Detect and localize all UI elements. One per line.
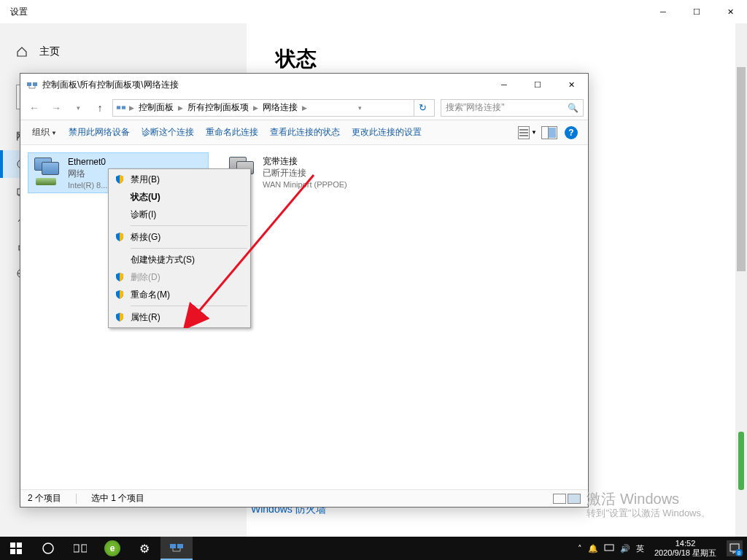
watermark-subtitle: 转到"设置"以激活 Windows。	[587, 506, 711, 521]
menu-bridge[interactable]: 桥接(G)	[110, 228, 249, 246]
tray-network-icon[interactable]	[604, 542, 614, 554]
shield-icon	[115, 232, 125, 242]
settings-titlebar: 设置 ─ ☐ ✕	[0, 0, 747, 23]
menu-rename[interactable]: 重命名(M)	[110, 286, 249, 303]
up-button[interactable]: ↑	[90, 98, 109, 117]
view-mode-icons[interactable]	[553, 494, 581, 504]
circle-icon	[42, 542, 55, 555]
chevron-right-icon[interactable]: ▶	[177, 104, 185, 112]
edge-button[interactable]: e	[96, 537, 128, 560]
page-heading: 状态	[276, 45, 718, 73]
cp-titlebar[interactable]: 控制面板\所有控制面板项\网络连接 ─ ☐ ✕	[20, 74, 588, 96]
settings-scrollbar[interactable]	[735, 23, 747, 537]
cp-toolbar: 组织▼ 禁用此网络设备 诊断这个连接 重命名此连接 查看此连接的状态 更改此连接…	[20, 120, 588, 145]
chevron-right-icon[interactable]: ▶	[252, 104, 260, 112]
cp-title-text: 控制面板\所有控制面板项\网络连接	[42, 79, 179, 91]
network-adapter-icon	[31, 156, 62, 187]
connection-name: 宽带连接	[263, 155, 347, 167]
help-button[interactable]: ?	[562, 123, 581, 142]
chevron-right-icon[interactable]: ▶	[301, 104, 309, 112]
context-menu: 禁用(B) 状态(U) 诊断(I) 桥接(G) 创建快捷方式(S) 删除(D) …	[108, 168, 251, 328]
cp-search-input[interactable]: 搜索"网络连接" 🔍	[441, 99, 584, 117]
taskbar-explorer-button[interactable]	[160, 537, 193, 560]
crumb-control-panel[interactable]: 控制面板	[136, 101, 177, 114]
shield-icon	[115, 174, 125, 184]
forward-button: →	[47, 98, 66, 117]
recent-dropdown[interactable]: ▾	[69, 98, 88, 117]
menu-diagnose[interactable]: 诊断(I)	[110, 206, 249, 223]
clock-date: 2020/9/18 星期五	[654, 548, 716, 558]
taskview-icon	[74, 543, 87, 553]
svg-rect-17	[170, 544, 176, 548]
network-folder-icon	[116, 103, 126, 113]
minimize-button[interactable]: ─	[646, 0, 680, 23]
network-folder-icon	[169, 542, 184, 553]
breadcrumb[interactable]: ▶ 控制面板 ▶ 所有控制面板项 ▶ 网络连接 ▶ ▾ ↻	[112, 99, 435, 117]
help-icon: ?	[565, 126, 578, 139]
tb-rename[interactable]: 重命名此连接	[201, 123, 263, 141]
svg-rect-18	[177, 544, 183, 548]
crumb-all-items[interactable]: 所有控制面板项	[185, 101, 252, 114]
windows-icon	[10, 542, 22, 554]
menu-label: 诊断(I)	[131, 209, 156, 221]
menu-status[interactable]: 状态(U)	[110, 188, 249, 206]
menu-label: 删除(D)	[131, 271, 160, 284]
close-button[interactable]: ✕	[713, 0, 747, 23]
menu-label: 重命名(M)	[131, 289, 170, 301]
svg-rect-12	[10, 549, 15, 554]
menu-properties[interactable]: 属性(R)	[110, 308, 249, 326]
organize-button[interactable]: 组织▼	[28, 123, 61, 141]
activation-watermark: 激活 Windows 转到"设置"以激活 Windows。	[587, 491, 711, 521]
cp-statusbar: 2 个项目 选中 1 个项目	[20, 489, 588, 507]
chevron-right-icon[interactable]: ▶	[128, 104, 136, 112]
tb-diagnose[interactable]: 诊断这个连接	[137, 123, 198, 141]
task-view-button[interactable]	[64, 537, 96, 560]
tray-chevron-up-icon[interactable]: ˄	[578, 544, 582, 553]
back-button[interactable]: ←	[25, 98, 44, 117]
svg-rect-13	[17, 549, 22, 554]
cp-search-placeholder: 搜索"网络连接"	[446, 101, 505, 114]
menu-shortcut[interactable]: 创建快捷方式(S)	[110, 251, 249, 268]
home-row[interactable]: 主页	[0, 38, 247, 66]
shield-icon	[115, 312, 125, 322]
crumb-network-connections[interactable]: 网络连接	[260, 101, 301, 114]
tray-notifications-icon[interactable]: 🔔	[588, 544, 598, 553]
scrollbar-thumb[interactable]	[737, 67, 746, 271]
cp-maximize-button[interactable]: ☐	[521, 74, 554, 95]
preview-pane-button[interactable]	[540, 123, 559, 142]
menu-separator	[131, 225, 247, 226]
list-view-icon	[518, 126, 530, 139]
tb-change-settings[interactable]: 更改此连接的设置	[347, 123, 426, 141]
tray-clock[interactable]: 14:52 2020/9/18 星期五	[650, 539, 721, 558]
cp-minimize-button[interactable]: ─	[487, 74, 521, 95]
cortana-button[interactable]	[32, 537, 64, 560]
home-icon	[16, 46, 28, 58]
clock-time: 14:52	[654, 539, 716, 548]
status-item-count: 2 个项目	[28, 492, 61, 505]
taskbar: e ⚙ ˄ 🔔 🔊 英 14:52 2020/9/18 星期五 8	[0, 537, 747, 560]
menu-disable[interactable]: 禁用(B)	[110, 171, 249, 188]
maximize-button[interactable]: ☐	[680, 0, 713, 23]
view-options-button[interactable]: ▼	[518, 123, 537, 142]
tb-disable-device[interactable]: 禁用此网络设备	[64, 123, 134, 141]
svg-rect-15	[74, 545, 79, 552]
divider	[76, 494, 77, 504]
tray-volume-icon[interactable]: 🔊	[620, 544, 630, 553]
svg-rect-16	[82, 545, 87, 552]
shield-icon	[115, 272, 125, 282]
refresh-button[interactable]: ↻	[414, 99, 431, 117]
menu-label: 状态(U)	[131, 191, 160, 203]
address-dropdown[interactable]: ▾	[358, 104, 365, 112]
start-button[interactable]	[0, 537, 32, 560]
taskbar-settings-button[interactable]: ⚙	[128, 537, 160, 560]
gear-icon: ⚙	[139, 542, 150, 556]
cp-navbar: ← → ▾ ↑ ▶ 控制面板 ▶ 所有控制面板项 ▶ 网络连接 ▶ ▾ ↻ 搜索…	[20, 96, 588, 120]
tb-view-status[interactable]: 查看此连接的状态	[266, 123, 344, 141]
connection-status: 已断开连接	[263, 167, 347, 179]
menu-separator	[131, 306, 247, 306]
cp-content[interactable]: Ethernet0 网络 Intel(R) 8... ✕ 宽带连接 已断开连接 …	[20, 145, 588, 489]
svg-rect-7	[117, 106, 120, 109]
action-center-button[interactable]: 8	[727, 540, 743, 556]
tray-ime-indicator[interactable]: 英	[636, 543, 644, 554]
cp-close-button[interactable]: ✕	[554, 74, 588, 95]
